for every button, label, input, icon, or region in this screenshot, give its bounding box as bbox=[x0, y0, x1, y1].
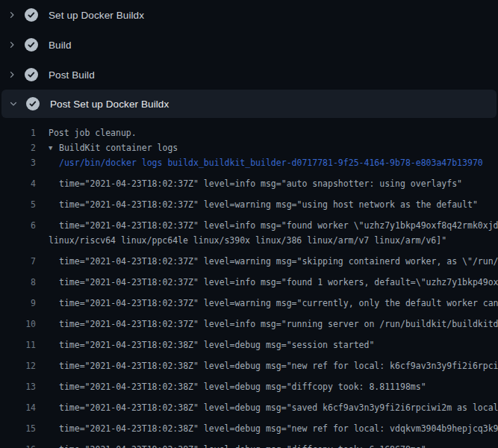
chevron-right-icon bbox=[0, 40, 24, 49]
log-row: 1Post job cleanup. bbox=[0, 125, 498, 140]
log-row: 13time="2021-04-23T18:02:38Z" level=debu… bbox=[0, 373, 498, 394]
log-line-text: time="2021-04-23T18:02:37Z" level=warnin… bbox=[49, 199, 498, 210]
log-row: 11time="2021-04-23T18:02:38Z" level=debu… bbox=[0, 332, 498, 352]
step-header-post-set-up-docker-buildx[interactable]: Post Set up Docker Buildx bbox=[1, 90, 497, 118]
chevron-down-icon bbox=[1, 99, 25, 108]
log-row: 12time="2021-04-23T18:02:38Z" level=debu… bbox=[0, 352, 498, 373]
log-line-text: time="2021-04-23T18:02:37Z" level=info m… bbox=[49, 319, 498, 329]
log-line-number[interactable]: 7 bbox=[0, 256, 36, 267]
log-line-number[interactable]: 8 bbox=[0, 277, 36, 287]
log-line-text: time="2021-04-23T18:02:37Z" level=warnin… bbox=[49, 298, 498, 308]
log-line-text: time="2021-04-23T18:02:38Z" level=debug … bbox=[49, 361, 498, 371]
chevron-right-icon bbox=[0, 70, 24, 79]
log-line-text[interactable]: ▼BuildKit container logs bbox=[49, 143, 498, 153]
log-command-text: /usr/bin/docker logs buildx_buildkit_bui… bbox=[49, 158, 498, 168]
log-line-text: time="2021-04-23T18:02:37Z" level=info m… bbox=[49, 220, 498, 231]
log-line-number[interactable]: 1 bbox=[0, 128, 36, 138]
log-line-number[interactable]: 14 bbox=[0, 402, 36, 413]
log-row: 5time="2021-04-23T18:02:37Z" level=warni… bbox=[0, 191, 498, 212]
log-line-number[interactable]: 3 bbox=[0, 158, 36, 168]
log-row: 7time="2021-04-23T18:02:37Z" level=warni… bbox=[0, 248, 498, 269]
log-row: 8time="2021-04-23T18:02:37Z" level=info … bbox=[0, 269, 498, 290]
log-row: 10time="2021-04-23T18:02:37Z" level=info… bbox=[0, 311, 498, 332]
check-circle-icon bbox=[25, 96, 40, 111]
log-row: 15time="2021-04-23T18:02:38Z" level=debu… bbox=[0, 415, 498, 436]
log-line-text: time="2021-04-23T18:02:38Z" level=debug … bbox=[49, 402, 498, 413]
log-group-row: 2▼BuildKit container logs bbox=[0, 140, 498, 155]
step-header-set-up-docker-buildx[interactable]: Set up Docker Buildx bbox=[0, 0, 498, 30]
step-title: Post Build bbox=[49, 69, 95, 81]
log-group-label: BuildKit container logs bbox=[59, 143, 178, 153]
log-row: 4time="2021-04-23T18:02:37Z" level=info … bbox=[0, 170, 498, 191]
log-line-number[interactable]: 4 bbox=[0, 178, 36, 189]
log-row: linux/riscv64 linux/ppc64le linux/s390x … bbox=[0, 233, 498, 248]
step-header-build[interactable]: Build bbox=[0, 30, 498, 60]
check-circle-icon bbox=[24, 7, 39, 22]
log-line-number[interactable]: 13 bbox=[0, 382, 36, 392]
log-row: 6time="2021-04-23T18:02:37Z" level=info … bbox=[0, 212, 498, 233]
log-line-text: Post job cleanup. bbox=[49, 128, 498, 138]
log-line-text: time="2021-04-23T18:02:38Z" level=debug … bbox=[49, 444, 498, 448]
log-line-text: time="2021-04-23T18:02:38Z" level=debug … bbox=[49, 340, 498, 350]
steps-list: Set up Docker BuildxBuildPost BuildPost … bbox=[0, 0, 498, 118]
log-row: 14time="2021-04-23T18:02:38Z" level=debu… bbox=[0, 394, 498, 415]
log-line-text: time="2021-04-23T18:02:37Z" level=info m… bbox=[49, 178, 498, 189]
triangle-down-icon[interactable]: ▼ bbox=[49, 144, 56, 152]
log-line-text: time="2021-04-23T18:02:37Z" level=info m… bbox=[49, 277, 498, 287]
chevron-right-icon bbox=[0, 10, 24, 19]
check-circle-icon bbox=[24, 37, 39, 52]
log-line-number[interactable]: 6 bbox=[0, 220, 36, 231]
log-line-text: linux/riscv64 linux/ppc64le linux/s390x … bbox=[49, 235, 498, 246]
check-circle-icon bbox=[24, 67, 39, 82]
log-line-number[interactable]: 16 bbox=[0, 444, 36, 448]
log-line-text: time="2021-04-23T18:02:37Z" level=warnin… bbox=[49, 256, 498, 267]
log-row: 9time="2021-04-23T18:02:37Z" level=warni… bbox=[0, 290, 498, 311]
log-line-number[interactable]: 11 bbox=[0, 340, 36, 350]
step-header-post-build[interactable]: Post Build bbox=[0, 60, 498, 90]
log-line-number[interactable]: 15 bbox=[0, 423, 36, 434]
log-viewer: 1Post job cleanup.2▼BuildKit container l… bbox=[0, 119, 498, 448]
log-line-number[interactable]: 5 bbox=[0, 199, 36, 210]
log-row: 16time="2021-04-23T18:02:38Z" level=debu… bbox=[0, 436, 498, 448]
log-line-number[interactable]: 10 bbox=[0, 319, 36, 329]
step-title: Build bbox=[49, 40, 72, 51]
step-title: Set up Docker Buildx bbox=[49, 10, 144, 21]
log-line-number[interactable]: 2 bbox=[0, 143, 36, 153]
log-line-text: time="2021-04-23T18:02:38Z" level=debug … bbox=[49, 423, 498, 434]
log-line-number[interactable]: 9 bbox=[0, 298, 36, 308]
log-line-number[interactable]: 12 bbox=[0, 361, 36, 371]
log-row: 3/usr/bin/docker logs buildx_buildkit_bu… bbox=[0, 155, 498, 170]
log-line-text: time="2021-04-23T18:02:38Z" level=debug … bbox=[49, 382, 498, 392]
step-title: Post Set up Docker Buildx bbox=[50, 99, 169, 110]
